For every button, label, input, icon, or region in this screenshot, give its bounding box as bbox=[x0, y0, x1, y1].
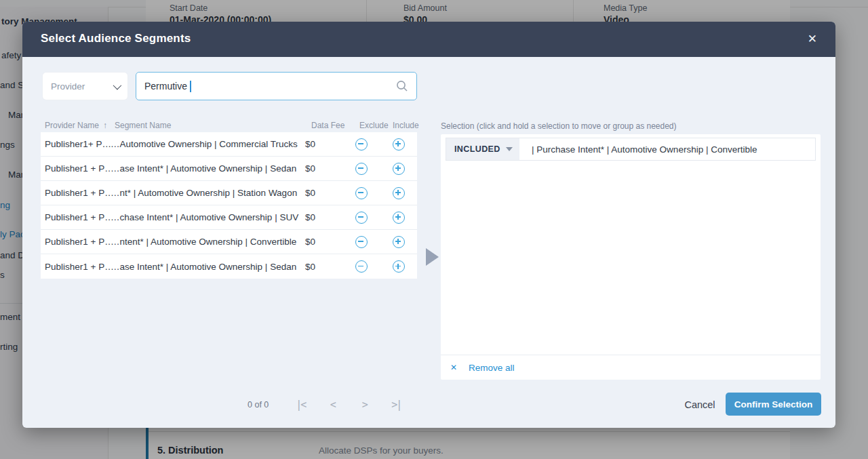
row-fee: $0 bbox=[305, 212, 342, 222]
table-row[interactable]: Publisher1 + P… …ase Intent* | Automotiv… bbox=[41, 254, 417, 279]
segments-table-header: Provider Name ↑ Segment Name Data Fee Ex… bbox=[43, 121, 439, 132]
row-segment: …ase Intent* | Automotive Ownership | Se… bbox=[111, 262, 305, 272]
row-segment: …ase Intent* | Automotive Ownership | Se… bbox=[111, 163, 305, 174]
row-segment: …nt* | Automotive Ownership | Station Wa… bbox=[111, 188, 305, 198]
row-fee: $0 bbox=[305, 237, 342, 247]
prev-page-icon[interactable]: < bbox=[324, 399, 340, 411]
include-icon[interactable] bbox=[393, 260, 405, 273]
included-state-dropdown[interactable]: INCLUDED bbox=[446, 138, 519, 160]
last-page-icon[interactable]: >| bbox=[388, 399, 404, 411]
first-page-icon[interactable]: |< bbox=[292, 399, 309, 411]
modal-title: Select Audience Segments bbox=[41, 32, 191, 45]
segment-search-box bbox=[136, 72, 417, 100]
column-provider-name[interactable]: Provider Name bbox=[45, 121, 99, 130]
close-icon[interactable]: ✕ bbox=[808, 32, 817, 47]
selected-segment-text: | Purchase Intent* | Automotive Ownershi… bbox=[532, 144, 757, 155]
column-data-fee: Data Fee bbox=[311, 121, 344, 130]
selection-panel-label: Selection (click and hold a selection to… bbox=[441, 121, 677, 131]
cancel-button[interactable]: Cancel bbox=[677, 397, 722, 413]
exclude-icon[interactable] bbox=[355, 163, 368, 175]
column-exclude: Exclude bbox=[359, 121, 389, 130]
exclude-icon[interactable] bbox=[355, 236, 368, 248]
text-caret bbox=[190, 81, 191, 92]
row-fee: $0 bbox=[305, 139, 342, 149]
row-fee: $0 bbox=[305, 262, 342, 272]
row-segment: …chase Intent* | Automotive Ownership | … bbox=[111, 212, 305, 222]
selection-panel: INCLUDED | Purchase Intent* | Automotive… bbox=[441, 134, 821, 380]
include-icon[interactable] bbox=[393, 163, 405, 175]
row-provider: Publisher1 + P… bbox=[41, 188, 111, 198]
pagination: 0 of 0 |< < > >| bbox=[248, 398, 420, 412]
include-icon[interactable] bbox=[393, 236, 405, 248]
provider-dropdown[interactable]: Provider bbox=[43, 73, 127, 100]
row-provider: Publisher1 + P… bbox=[41, 237, 111, 247]
include-icon[interactable] bbox=[393, 212, 405, 224]
row-segment: …Automotive Ownership | Commercial Truck… bbox=[111, 139, 305, 149]
table-row[interactable]: Publisher1 + P… …ntent* | Automotive Own… bbox=[41, 230, 417, 254]
modal-header: Select Audience Segments ✕ bbox=[22, 22, 835, 57]
column-include: Include bbox=[393, 121, 419, 130]
table-row[interactable]: Publisher1 + P… …nt* | Automotive Owners… bbox=[41, 181, 417, 205]
remove-all-link[interactable]: ✕ Remove all bbox=[441, 355, 821, 380]
confirm-selection-button[interactable]: Confirm Selection bbox=[726, 393, 821, 416]
exclude-icon[interactable] bbox=[355, 212, 368, 224]
search-input[interactable] bbox=[144, 73, 389, 100]
included-state-label: INCLUDED bbox=[454, 144, 506, 154]
row-segment: …ntent* | Automotive Ownership | Convert… bbox=[111, 237, 305, 247]
dropdown-arrow-icon bbox=[506, 147, 513, 151]
provider-dropdown-label: Provider bbox=[51, 81, 113, 92]
row-provider: Publisher1 + P… bbox=[41, 212, 111, 222]
chevron-down-icon bbox=[113, 81, 122, 89]
row-provider: Publisher1+ P… bbox=[41, 139, 111, 149]
search-icon bbox=[396, 80, 408, 92]
include-icon[interactable] bbox=[393, 138, 405, 151]
table-row[interactable]: Publisher1+ P… …Automotive Ownership | C… bbox=[41, 132, 417, 157]
select-audience-segments-modal: Select Audience Segments ✕ Provider Prov… bbox=[22, 22, 835, 428]
row-fee: $0 bbox=[305, 163, 342, 174]
exclude-icon[interactable] bbox=[355, 260, 368, 273]
remove-all-label: Remove all bbox=[469, 363, 515, 373]
table-row[interactable]: Publisher1 + P… …chase Intent* | Automot… bbox=[41, 205, 417, 230]
sort-asc-icon[interactable]: ↑ bbox=[103, 121, 107, 130]
table-row[interactable]: Publisher1 + P… …ase Intent* | Automotiv… bbox=[41, 157, 417, 181]
row-provider: Publisher1 + P… bbox=[41, 262, 111, 272]
exclude-icon[interactable] bbox=[355, 187, 368, 199]
selected-segment-row[interactable]: INCLUDED | Purchase Intent* | Automotive… bbox=[446, 138, 816, 161]
segments-table: Publisher1+ P… …Automotive Ownership | C… bbox=[41, 132, 417, 279]
move-to-selection-icon[interactable] bbox=[426, 248, 439, 266]
row-fee: $0 bbox=[305, 188, 342, 198]
row-provider: Publisher1 + P… bbox=[41, 163, 111, 174]
page-count: 0 of 0 bbox=[248, 400, 269, 410]
exclude-icon[interactable] bbox=[355, 138, 368, 151]
selection-list: INCLUDED | Purchase Intent* | Automotive… bbox=[441, 134, 821, 355]
include-icon[interactable] bbox=[393, 187, 405, 199]
column-segment-name[interactable]: Segment Name bbox=[115, 121, 171, 130]
next-page-icon[interactable]: > bbox=[356, 399, 372, 411]
remove-all-x-icon: ✕ bbox=[450, 363, 457, 372]
